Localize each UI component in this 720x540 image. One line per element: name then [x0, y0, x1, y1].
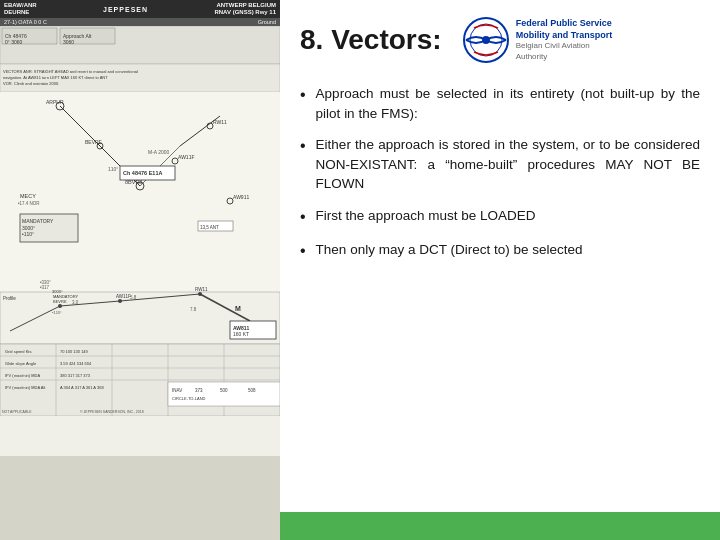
- logo-line2: Mobility and Transport: [516, 30, 616, 42]
- bullet-dot-3: •: [300, 205, 306, 228]
- svg-text:160 KT: 160 KT: [233, 331, 249, 337]
- chart-revision-right: Ground: [258, 19, 276, 25]
- svg-text:•110°: •110°: [22, 231, 34, 237]
- chart-header-center: JEPPESEN: [103, 6, 148, 13]
- svg-text:Ch 48476 E11A: Ch 48476 E11A: [123, 170, 162, 176]
- svg-text:3060: 3060: [63, 39, 74, 45]
- svg-text:ARPUR: ARPUR: [46, 99, 64, 105]
- bullet-dot-2: •: [300, 134, 306, 157]
- svg-text:CIRCLE-TO-LAND: CIRCLE-TO-LAND: [172, 396, 206, 401]
- svg-text:3.59  424  534  604: 3.59 424 534 604: [60, 361, 92, 366]
- logo-area: Federal Public Service Mobility and Tran…: [462, 16, 616, 64]
- svg-text:0° 3060: 0° 3060: [5, 39, 23, 45]
- bullet-text-4: Then only may a DCT (Direct to) be selec…: [316, 240, 700, 260]
- svg-text:Glide slope Angle: Glide slope Angle: [5, 361, 37, 366]
- bullet-dot-1: •: [300, 83, 306, 106]
- section-header: 8. Vectors: Federal Public Service Mobil…: [280, 0, 720, 74]
- svg-text:© JEPPESEN SANDERSON, INC., 20: © JEPPESEN SANDERSON, INC., 2018: [80, 410, 144, 414]
- svg-rect-12: [0, 92, 280, 292]
- svg-text:3000°: 3000°: [52, 289, 63, 294]
- svg-text:MANDATORY: MANDATORY: [22, 218, 54, 224]
- svg-text:3.0: 3.0: [72, 300, 79, 305]
- chart-panel: EBAW/ANRDEURNE JEPPESEN ANTWERP BELGIUMR…: [0, 0, 280, 540]
- svg-text:navigation. At AW811 turn LEFT: navigation. At AW811 turn LEFT MAX 160 K…: [3, 75, 108, 80]
- chart-revision-bar: 27-1) OATA 0 0 C Ground: [0, 18, 280, 26]
- svg-text:70  100  130  149: 70 100 130 149: [60, 349, 89, 354]
- bullet-item-3: • First the approach must be LOADED: [300, 206, 700, 228]
- svg-text:AW11F: AW11F: [178, 154, 194, 160]
- logo-line1: Federal Public Service: [516, 18, 616, 30]
- svg-text:A 304  A 317  A 361  A 368: A 304 A 317 A 361 A 368: [60, 385, 104, 390]
- svg-text:AW11F: AW11F: [116, 294, 131, 299]
- svg-point-46: [58, 304, 62, 308]
- bullet-text-1: Approach must be selected in its entiret…: [316, 84, 700, 123]
- chart-diagram: Ch 48476 0° 3060 Approach Alt 3060 VECTO…: [0, 26, 280, 456]
- svg-text:13,5 ANT: 13,5 ANT: [200, 225, 219, 230]
- svg-text:110°: 110°: [108, 166, 118, 172]
- chart-header: EBAW/ANRDEURNE JEPPESEN ANTWERP BELGIUMR…: [0, 0, 280, 18]
- svg-text:7.8: 7.8: [190, 307, 197, 312]
- bullet-item-2: • Either the approach is stored in the s…: [300, 135, 700, 194]
- svg-text:IFV (max/min) MDA Alt: IFV (max/min) MDA Alt: [5, 385, 46, 390]
- fps-logo-icon: [462, 16, 510, 64]
- svg-text:BEVRE: BEVRE: [53, 299, 67, 304]
- green-footer-bar: [280, 512, 720, 540]
- svg-text:•17.4 NOR: •17.4 NOR: [18, 201, 40, 206]
- svg-text:•110°: •110°: [52, 310, 62, 315]
- bullet-list: • Approach must be selected in its entir…: [280, 74, 720, 512]
- content-panel: 8. Vectors: Federal Public Service Mobil…: [280, 0, 720, 540]
- bullet-text-3: First the approach must be LOADED: [316, 206, 700, 226]
- svg-text:500: 500: [220, 388, 228, 393]
- svg-text:VOR. Climb and maintain 2000.: VOR. Climb and maintain 2000.: [3, 81, 59, 86]
- svg-text:5.8: 5.8: [130, 295, 137, 300]
- chart-header-left: EBAW/ANRDEURNE: [4, 2, 37, 16]
- svg-text:Grid speed Kts: Grid speed Kts: [5, 349, 31, 354]
- svg-text:M: M: [235, 305, 241, 312]
- svg-text:INAV: INAV: [172, 388, 182, 393]
- svg-rect-75: [168, 382, 280, 406]
- svg-point-90: [482, 36, 490, 44]
- svg-text:MANDATORY: MANDATORY: [53, 294, 78, 299]
- svg-text:VECTORS ANR: STRAIGHT AHEAD an: VECTORS ANR: STRAIGHT AHEAD and revert t…: [3, 69, 138, 74]
- svg-text:MECY: MECY: [20, 193, 36, 199]
- logo-line3: Belgian Civil Aviation Authority: [516, 41, 616, 62]
- bullet-dot-4: •: [300, 239, 306, 262]
- svg-text:RW11: RW11: [213, 119, 227, 125]
- svg-text:NOT APPLICABLE: NOT APPLICABLE: [2, 410, 32, 414]
- bullet-text-2: Either the approach is stored in the sys…: [316, 135, 700, 194]
- logo-text: Federal Public Service Mobility and Tran…: [516, 18, 616, 62]
- svg-text:Profile: Profile: [3, 296, 16, 301]
- svg-text:•317: •317: [40, 285, 50, 290]
- svg-text:AW911: AW911: [233, 194, 249, 200]
- svg-text:508: 508: [248, 388, 256, 393]
- svg-text:380  317  317  373: 380 317 317 373: [60, 373, 91, 378]
- chart-header-right: ANTWERP BELGIUMRNAV (GNSS) Rwy 11: [214, 2, 276, 16]
- svg-text:373: 373: [195, 388, 203, 393]
- bullet-item-4: • Then only may a DCT (Direct to) be sel…: [300, 240, 700, 262]
- svg-point-51: [118, 299, 122, 303]
- svg-point-53: [198, 292, 202, 296]
- svg-text:BEVRE: BEVRE: [85, 139, 103, 145]
- svg-text:IFV (max/min) MDA: IFV (max/min) MDA: [5, 373, 40, 378]
- chart-revision-left: 27-1) OATA 0 0 C: [4, 19, 47, 25]
- chart-svg: Ch 48476 0° 3060 Approach Alt 3060 VECTO…: [0, 26, 280, 416]
- svg-text:M-A 2000: M-A 2000: [148, 149, 170, 155]
- svg-text:RW11: RW11: [195, 287, 208, 292]
- section-title: 8. Vectors:: [300, 24, 442, 56]
- bullet-item-1: • Approach must be selected in its entir…: [300, 84, 700, 123]
